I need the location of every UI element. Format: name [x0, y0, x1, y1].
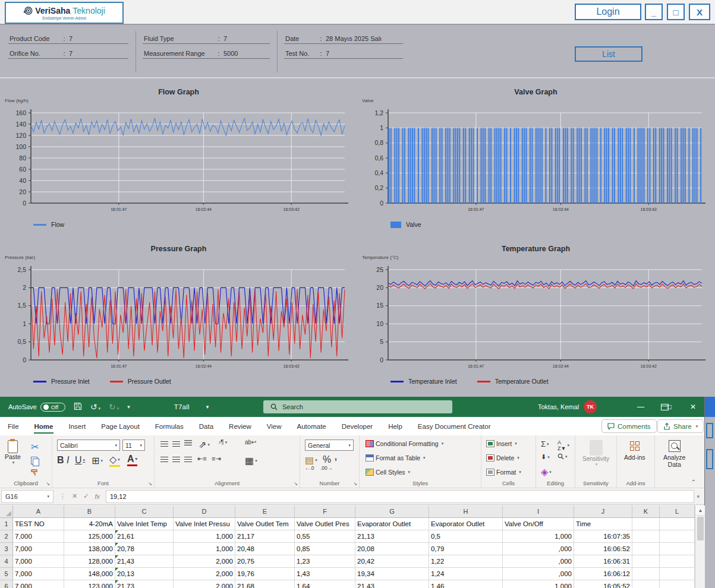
- cell[interactable]: Time: [574, 518, 632, 530]
- cell[interactable]: 21,43: [115, 555, 174, 568]
- insert-function-icon[interactable]: fx: [95, 493, 100, 500]
- cell[interactable]: Valve Inlet Pressu: [174, 518, 235, 530]
- font-color-button[interactable]: A▾: [127, 454, 137, 466]
- app-close-button[interactable]: X: [689, 4, 710, 20]
- cell[interactable]: 0,79: [429, 543, 503, 555]
- fill-button[interactable]: ⬇▾: [541, 453, 550, 461]
- decrease-indent-button[interactable]: ⇤≡: [197, 455, 207, 463]
- align-middle-button[interactable]: [172, 441, 180, 447]
- cell[interactable]: 21,17: [235, 530, 295, 543]
- app-maximize-button[interactable]: □: [667, 4, 685, 20]
- row-header-3[interactable]: 3: [0, 543, 13, 555]
- cell-styles-button[interactable]: Cell Styles▾: [366, 469, 410, 476]
- cell[interactable]: 148,000: [64, 568, 115, 580]
- quick-access-more-icon[interactable]: ▾: [127, 404, 130, 410]
- format-painter-button[interactable]: [31, 469, 39, 476]
- tab-page-layout[interactable]: Page Layout: [93, 417, 147, 435]
- formula-bar-expand-icon[interactable]: ▾: [697, 494, 700, 500]
- cell[interactable]: 1,24: [429, 568, 503, 580]
- redo-button[interactable]: ↻▾: [109, 402, 119, 412]
- cell[interactable]: 20,08: [355, 543, 429, 555]
- cell[interactable]: 21,73: [115, 580, 174, 588]
- font-size-select[interactable]: 11▾: [122, 440, 145, 451]
- cell[interactable]: 0,55: [295, 530, 355, 543]
- cell[interactable]: 16:06:31: [574, 555, 632, 568]
- sort-filter-button[interactable]: AZ▼▾: [557, 440, 569, 451]
- delete-cells-button[interactable]: Delete▾: [486, 454, 519, 461]
- row-header-4[interactable]: 4: [0, 555, 13, 568]
- cell[interactable]: [632, 555, 660, 568]
- clipboard-dialog-launcher-icon[interactable]: ↘: [46, 481, 50, 486]
- cell[interactable]: Valve On/Off: [503, 518, 574, 530]
- clear-button[interactable]: ◈▾: [541, 466, 552, 478]
- scroll-thumb[interactable]: [697, 517, 704, 540]
- cell[interactable]: 2,000: [174, 568, 235, 580]
- font-dialog-launcher-icon[interactable]: ↘: [148, 481, 152, 486]
- autosave-toggle[interactable]: AutoSave Off: [8, 403, 65, 412]
- cell[interactable]: 1,23: [295, 555, 355, 568]
- cell[interactable]: 138,000: [64, 543, 115, 555]
- column-header-I[interactable]: I: [503, 505, 574, 518]
- cell[interactable]: ,000: [503, 555, 574, 568]
- cell[interactable]: 7,000: [13, 580, 64, 588]
- tab-developer[interactable]: Developer: [334, 417, 380, 435]
- field-value[interactable]: 7: [69, 50, 73, 57]
- tab-help[interactable]: Help: [380, 417, 410, 435]
- column-header-A[interactable]: A: [13, 505, 64, 518]
- decrease-decimal-button[interactable]: .00→: [320, 465, 332, 471]
- underline-button[interactable]: U▾: [75, 455, 85, 466]
- cell[interactable]: [632, 580, 660, 588]
- cell[interactable]: 21,43: [355, 580, 429, 588]
- tab-data[interactable]: Data: [191, 417, 221, 435]
- cell[interactable]: [660, 555, 695, 568]
- collapse-ribbon-icon[interactable]: ⌃: [691, 479, 696, 485]
- cell[interactable]: [632, 568, 660, 580]
- scroll-up-icon[interactable]: ▲: [695, 505, 705, 516]
- align-top-button[interactable]: [160, 441, 168, 447]
- cell[interactable]: 128,000: [64, 555, 115, 568]
- tab-automate[interactable]: Automate: [289, 417, 334, 435]
- tab-review[interactable]: Review: [221, 417, 259, 435]
- tab-formulas[interactable]: Formulas: [147, 417, 191, 435]
- cell[interactable]: [632, 530, 660, 543]
- number-format-select[interactable]: General▾: [305, 440, 354, 451]
- cell[interactable]: Valve Outlet Tem: [235, 518, 295, 530]
- align-center-button[interactable]: [172, 457, 180, 462]
- orientation-button[interactable]: ⇗▾: [199, 439, 210, 450]
- cell[interactable]: 1,43: [295, 568, 355, 580]
- formula-input[interactable]: 19,12: [106, 490, 694, 503]
- column-header-L[interactable]: L: [660, 505, 695, 518]
- cell[interactable]: [660, 518, 695, 530]
- format-as-table-button[interactable]: Format as Table▾: [366, 454, 426, 461]
- cell[interactable]: 19,34: [355, 568, 429, 580]
- number-dialog-launcher-icon[interactable]: ↘: [353, 481, 357, 486]
- wrap-text-button[interactable]: ab↩: [245, 439, 257, 445]
- cell[interactable]: ,000: [503, 568, 574, 580]
- excel-maximize-button[interactable]: □: [657, 397, 681, 417]
- column-header-B[interactable]: B: [64, 505, 115, 518]
- cell[interactable]: 1,000: [174, 530, 235, 543]
- row-header-2[interactable]: 2: [0, 530, 13, 543]
- cell[interactable]: Valve Inlet Temp: [115, 518, 174, 530]
- share-button[interactable]: Share▾: [657, 419, 704, 433]
- excel-close-button[interactable]: ✕: [681, 397, 705, 417]
- cell[interactable]: 0,5: [429, 530, 503, 543]
- bold-button[interactable]: B: [57, 455, 64, 466]
- row-header-5[interactable]: 5: [0, 568, 13, 580]
- comments-button[interactable]: Comments: [601, 419, 657, 433]
- cell[interactable]: 20,48: [235, 543, 295, 555]
- cell[interactable]: 4-20mA: [64, 518, 115, 530]
- field-value[interactable]: 7: [326, 50, 329, 57]
- column-header-G[interactable]: G: [355, 505, 429, 518]
- cell[interactable]: 20,42: [355, 555, 429, 568]
- cell[interactable]: 1,000: [174, 543, 235, 555]
- cell[interactable]: [660, 530, 695, 543]
- conditional-formatting-button[interactable]: Conditional Formatting▾: [366, 440, 443, 447]
- cell[interactable]: 1,22: [429, 555, 503, 568]
- cell[interactable]: [632, 518, 660, 530]
- sensitivity-button[interactable]: Sensitivity ▾: [582, 440, 609, 467]
- cell[interactable]: 1,000: [503, 530, 574, 543]
- cell[interactable]: 21,13: [355, 530, 429, 543]
- tab-insert[interactable]: Insert: [61, 417, 93, 435]
- cell[interactable]: 7,000: [13, 568, 64, 580]
